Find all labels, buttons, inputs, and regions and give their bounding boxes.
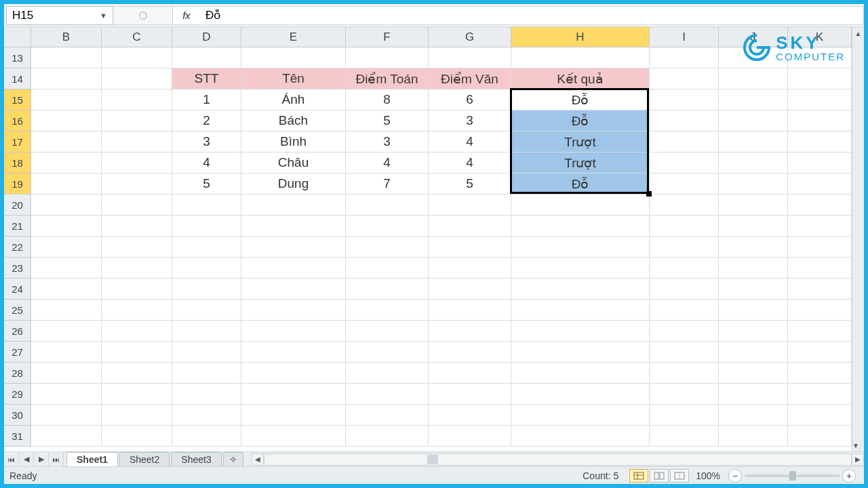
cell-D24[interactable] (172, 279, 241, 300)
cell-I15[interactable] (650, 89, 719, 110)
sheet-nav-last-icon[interactable]: ⏭ (49, 452, 64, 466)
cell-J25[interactable] (719, 300, 788, 321)
cell-D16[interactable]: 2 (172, 110, 241, 131)
cell-F28[interactable] (346, 363, 429, 384)
cell-H15[interactable]: Đỗ (511, 89, 650, 110)
cell-D15[interactable]: 1 (172, 89, 241, 110)
name-box[interactable]: H15 ▼ (6, 6, 113, 25)
cell-D28[interactable] (172, 363, 241, 384)
cell-K23[interactable] (788, 258, 852, 279)
hscroll-thumb[interactable] (427, 455, 438, 464)
sheet-nav-next-icon[interactable]: ▶ (34, 452, 49, 466)
row-header-25[interactable]: 25 (4, 300, 31, 321)
cell-D14[interactable]: STT (172, 68, 241, 89)
cell-F18[interactable]: 4 (346, 152, 429, 174)
cell-K20[interactable] (788, 195, 852, 216)
cell-J18[interactable] (719, 152, 788, 174)
cell-G29[interactable] (429, 384, 511, 405)
cell-C31[interactable] (102, 426, 172, 447)
cell-B26[interactable] (31, 321, 102, 342)
cell-F24[interactable] (346, 279, 429, 300)
cell-E25[interactable] (241, 300, 346, 321)
cell-D22[interactable] (172, 237, 241, 258)
cell-E30[interactable] (241, 405, 346, 426)
row-header-13[interactable]: 13 (4, 47, 31, 68)
cell-K17[interactable] (788, 131, 852, 152)
row-header-20[interactable]: 20 (4, 195, 31, 216)
row-header-31[interactable]: 31 (4, 426, 31, 447)
cell-H16[interactable]: Đỗ (511, 110, 650, 131)
cell-E19[interactable]: Dung (241, 174, 346, 195)
cell-K31[interactable] (788, 426, 852, 447)
zoom-level[interactable]: 100% (696, 470, 720, 481)
row-header-14[interactable]: 14 (4, 68, 31, 89)
cell-I20[interactable] (650, 195, 719, 216)
cell-H19[interactable]: Đỗ (511, 174, 650, 195)
horizontal-scrollbar[interactable]: ◀ ▶ (252, 452, 864, 466)
cell-F14[interactable]: Điểm Toán (346, 68, 429, 89)
cell-F20[interactable] (346, 195, 429, 216)
cell-E26[interactable] (241, 321, 346, 342)
zoom-slider[interactable] (745, 474, 840, 477)
cell-D23[interactable] (172, 258, 241, 279)
cell-B21[interactable] (31, 216, 102, 237)
cell-E20[interactable] (241, 195, 346, 216)
column-header-C[interactable]: C (102, 27, 172, 47)
cell-K24[interactable] (788, 279, 852, 300)
cell-I17[interactable] (650, 131, 719, 152)
cell-F13[interactable] (346, 47, 429, 68)
scroll-left-icon[interactable]: ◀ (252, 453, 264, 466)
cell-D31[interactable] (172, 426, 241, 447)
column-header-G[interactable]: G (429, 27, 511, 47)
cell-C29[interactable] (102, 384, 172, 405)
cell-K27[interactable] (788, 342, 852, 363)
fx-button[interactable]: fx (173, 6, 200, 25)
row-header-29[interactable]: 29 (4, 384, 31, 405)
vertical-scrollbar[interactable]: ▲ ▼ (852, 27, 864, 451)
cell-H24[interactable] (511, 279, 650, 300)
cell-G15[interactable]: 6 (429, 89, 511, 110)
cell-H31[interactable] (511, 426, 650, 447)
column-header-D[interactable]: D (172, 27, 241, 47)
cell-I23[interactable] (650, 258, 719, 279)
cell-G20[interactable] (429, 195, 511, 216)
chevron-down-icon[interactable]: ▼ (100, 12, 107, 20)
cell-C16[interactable] (102, 110, 172, 131)
cell-J20[interactable] (719, 195, 788, 216)
new-sheet-button[interactable]: ✧ (223, 452, 243, 466)
spreadsheet-grid[interactable]: BCDEFGHIJK1314STTTênĐiểm ToánĐiểm VănKết… (4, 27, 864, 451)
row-header-27[interactable]: 27 (4, 342, 31, 363)
cell-H13[interactable] (511, 47, 650, 68)
cell-B24[interactable] (31, 279, 102, 300)
cell-F19[interactable]: 7 (346, 174, 429, 195)
cell-I27[interactable] (650, 342, 719, 363)
cell-G26[interactable] (429, 321, 511, 342)
sheet-tab-sheet1[interactable]: Sheet1 (66, 452, 118, 466)
cell-C15[interactable] (102, 89, 172, 110)
cell-H27[interactable] (511, 342, 650, 363)
cell-C23[interactable] (102, 258, 172, 279)
cell-J17[interactable] (719, 131, 788, 152)
cell-H28[interactable] (511, 363, 650, 384)
cell-E27[interactable] (241, 342, 346, 363)
cell-F25[interactable] (346, 300, 429, 321)
cell-D29[interactable] (172, 384, 241, 405)
cell-C18[interactable] (102, 152, 172, 174)
cell-I16[interactable] (650, 110, 719, 131)
cell-B30[interactable] (31, 405, 102, 426)
cell-G27[interactable] (429, 342, 511, 363)
cell-I26[interactable] (650, 321, 719, 342)
cell-B31[interactable] (31, 426, 102, 447)
cell-B15[interactable] (31, 89, 102, 110)
cell-D13[interactable] (172, 47, 241, 68)
cell-C28[interactable] (102, 363, 172, 384)
cell-C26[interactable] (102, 321, 172, 342)
row-header-21[interactable]: 21 (4, 216, 31, 237)
cell-E29[interactable] (241, 384, 346, 405)
cell-E23[interactable] (241, 258, 346, 279)
select-all-corner[interactable] (4, 27, 31, 47)
cell-I18[interactable] (650, 152, 719, 174)
cell-D30[interactable] (172, 405, 241, 426)
cell-G19[interactable]: 5 (429, 174, 511, 195)
cell-G13[interactable] (429, 47, 511, 68)
